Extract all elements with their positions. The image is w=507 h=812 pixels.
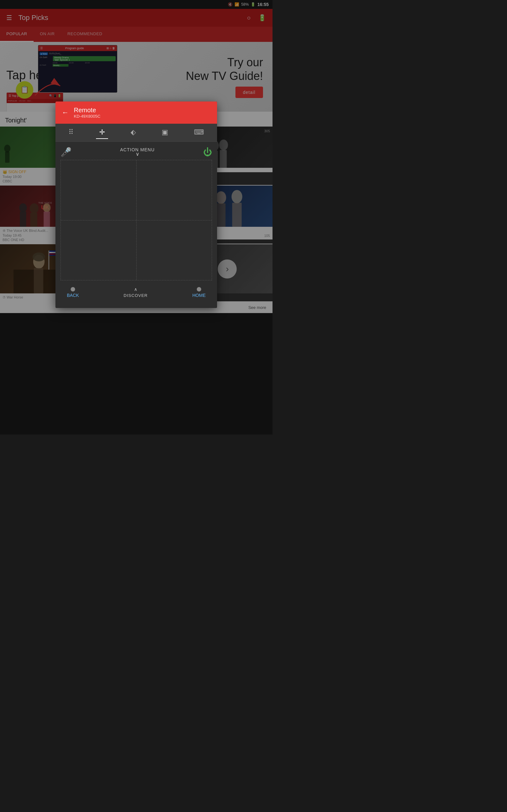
remote-device-id: KD-49X8005C [74,114,101,119]
action-menu-center: ACTION MENU ∨ [120,147,155,157]
remote-tab-keyboard[interactable]: ⌨ [191,126,207,139]
remote-tab-numpad[interactable]: ⠿ [65,126,77,139]
remote-bottom-row: BACK ∧ DISCOVER HOME [60,283,212,303]
remote-tab-bar: ⠿ ✛ ⬖ ▣ ⌨ [55,124,217,142]
discover-chevron-icon: ∧ [134,287,137,292]
remote-title: Remote [74,107,101,114]
remote-tab-cursor[interactable]: ⬖ [127,126,139,139]
home-button[interactable]: HOME [192,287,206,298]
back-label[interactable]: BACK [67,293,79,298]
remote-header: ← Remote KD-49X8005C [55,101,217,124]
discover-label[interactable]: DISCOVER [124,293,148,298]
crosshair-horizontal [61,220,212,220]
power-icon[interactable]: ⏻ [203,147,212,157]
discover-button[interactable]: ∧ DISCOVER [124,287,148,298]
remote-action-row: 🎤 ACTION MENU ∨ ⏻ [60,147,212,157]
chevron-down-icon[interactable]: ∨ [135,151,139,157]
remote-title-block: Remote KD-49X8005C [74,107,101,119]
back-circle [71,287,75,292]
remote-body: 🎤 ACTION MENU ∨ ⏻ BACK ∧ DISCOVER [55,142,217,308]
back-button[interactable]: BACK [67,287,79,298]
home-label[interactable]: HOME [192,293,206,298]
mic-icon[interactable]: 🎤 [60,147,72,157]
remote-panel: ← Remote KD-49X8005C ⠿ ✛ ⬖ ▣ ⌨ 🎤 ACTION … [55,101,217,308]
remote-back-button[interactable]: ← [62,108,69,117]
remote-tab-split[interactable]: ▣ [158,126,171,139]
touchpad-area[interactable] [60,160,212,281]
home-circle [197,287,201,292]
remote-tab-dpad[interactable]: ✛ [96,126,108,139]
